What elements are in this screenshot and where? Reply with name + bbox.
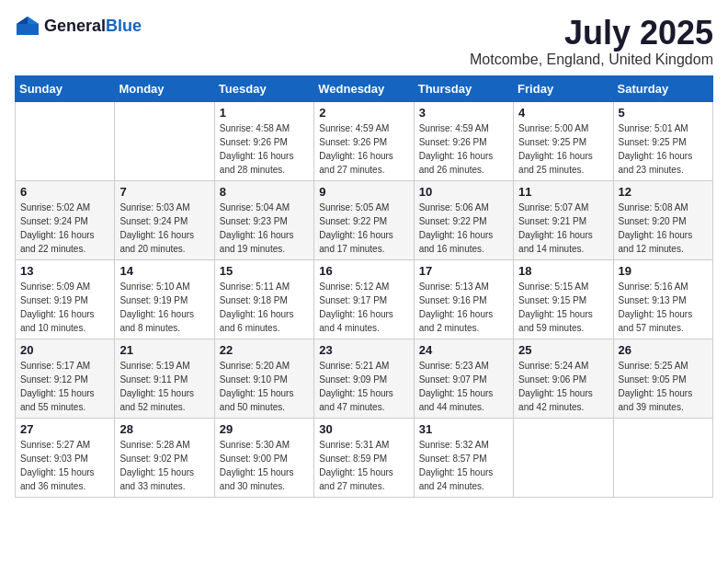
- day-info: Sunrise: 5:03 AMSunset: 9:24 PMDaylight:…: [119, 201, 209, 256]
- day-number: 26: [619, 343, 708, 357]
- calendar-week-row: 1 Sunrise: 4:58 AMSunset: 9:26 PMDayligh…: [16, 101, 713, 180]
- day-info: Sunrise: 5:04 AMSunset: 9:23 PMDaylight:…: [220, 201, 309, 256]
- calendar-cell: [115, 101, 214, 180]
- calendar-week-row: 6 Sunrise: 5:02 AMSunset: 9:24 PMDayligh…: [16, 180, 713, 259]
- calendar-cell: 30 Sunrise: 5:31 AMSunset: 8:59 PMDaylig…: [314, 418, 414, 497]
- day-number: 16: [319, 264, 408, 278]
- calendar-cell: 25 Sunrise: 5:24 AMSunset: 9:06 PMDaylig…: [514, 339, 613, 418]
- weekday-header: Friday: [514, 75, 613, 101]
- day-number: 19: [619, 264, 708, 278]
- calendar-cell: 10 Sunrise: 5:06 AMSunset: 9:22 PMDaylig…: [414, 180, 513, 259]
- day-number: 2: [319, 106, 408, 120]
- day-info: Sunrise: 5:02 AMSunset: 9:24 PMDaylight:…: [20, 201, 109, 256]
- day-number: 1: [220, 106, 309, 120]
- day-info: Sunrise: 5:01 AMSunset: 9:25 PMDaylight:…: [619, 121, 708, 177]
- calendar-cell: [613, 418, 712, 497]
- day-number: 12: [619, 185, 708, 199]
- weekday-header: Monday: [115, 75, 214, 101]
- day-number: 6: [20, 185, 109, 199]
- calendar-cell: 20 Sunrise: 5:17 AMSunset: 9:12 PMDaylig…: [16, 339, 115, 418]
- calendar-cell: 23 Sunrise: 5:21 AMSunset: 9:09 PMDaylig…: [314, 339, 414, 418]
- calendar-cell: 6 Sunrise: 5:02 AMSunset: 9:24 PMDayligh…: [16, 180, 115, 259]
- calendar-cell: 31 Sunrise: 5:32 AMSunset: 8:57 PMDaylig…: [414, 418, 513, 497]
- day-info: Sunrise: 5:32 AMSunset: 8:57 PMDaylight:…: [419, 438, 508, 493]
- day-number: 20: [20, 343, 109, 357]
- day-info: Sunrise: 5:05 AMSunset: 9:22 PMDaylight:…: [319, 201, 408, 256]
- calendar-cell: 19 Sunrise: 5:16 AMSunset: 9:13 PMDaylig…: [613, 259, 712, 339]
- day-info: Sunrise: 5:16 AMSunset: 9:13 PMDaylight:…: [619, 280, 708, 335]
- calendar-cell: 7 Sunrise: 5:03 AMSunset: 9:24 PMDayligh…: [115, 180, 214, 259]
- calendar-cell: 9 Sunrise: 5:05 AMSunset: 9:22 PMDayligh…: [314, 180, 414, 259]
- day-number: 28: [119, 422, 209, 436]
- day-info: Sunrise: 5:23 AMSunset: 9:07 PMDaylight:…: [419, 359, 508, 414]
- day-number: 9: [319, 185, 408, 199]
- day-info: Sunrise: 4:59 AMSunset: 9:26 PMDaylight:…: [319, 121, 408, 177]
- day-number: 18: [518, 264, 608, 278]
- header: GeneralBlue July 2025 Motcombe, England,…: [15, 15, 713, 68]
- svg-marker-2: [17, 17, 28, 24]
- calendar-cell: 29 Sunrise: 5:30 AMSunset: 9:00 PMDaylig…: [214, 418, 313, 497]
- day-number: 10: [419, 185, 508, 199]
- day-info: Sunrise: 5:28 AMSunset: 9:02 PMDaylight:…: [119, 438, 209, 493]
- day-number: 5: [619, 106, 708, 120]
- day-number: 24: [419, 343, 508, 357]
- month-title: July 2025: [470, 15, 713, 52]
- day-info: Sunrise: 5:00 AMSunset: 9:25 PMDaylight:…: [518, 121, 608, 177]
- day-info: Sunrise: 5:10 AMSunset: 9:19 PMDaylight:…: [119, 280, 209, 335]
- calendar-week-row: 20 Sunrise: 5:17 AMSunset: 9:12 PMDaylig…: [16, 339, 713, 418]
- svg-marker-1: [28, 17, 39, 24]
- weekday-header-row: SundayMondayTuesdayWednesdayThursdayFrid…: [16, 75, 713, 101]
- day-info: Sunrise: 5:27 AMSunset: 9:03 PMDaylight:…: [20, 438, 109, 493]
- day-number: 3: [419, 106, 508, 120]
- logo-text: GeneralBlue: [44, 17, 142, 36]
- day-number: 27: [20, 422, 109, 436]
- day-number: 17: [419, 264, 508, 278]
- day-info: Sunrise: 5:07 AMSunset: 9:21 PMDaylight:…: [518, 201, 608, 256]
- weekday-header: Sunday: [16, 75, 115, 101]
- day-info: Sunrise: 5:17 AMSunset: 9:12 PMDaylight:…: [20, 359, 109, 414]
- calendar-cell: 12 Sunrise: 5:08 AMSunset: 9:20 PMDaylig…: [613, 180, 712, 259]
- day-info: Sunrise: 5:15 AMSunset: 9:15 PMDaylight:…: [518, 280, 608, 335]
- logo: GeneralBlue: [15, 15, 142, 37]
- day-info: Sunrise: 4:58 AMSunset: 9:26 PMDaylight:…: [220, 121, 309, 177]
- day-info: Sunrise: 5:24 AMSunset: 9:06 PMDaylight:…: [518, 359, 608, 414]
- calendar-cell: 18 Sunrise: 5:15 AMSunset: 9:15 PMDaylig…: [514, 259, 613, 339]
- day-info: Sunrise: 5:31 AMSunset: 8:59 PMDaylight:…: [319, 438, 408, 493]
- weekday-header: Saturday: [613, 75, 712, 101]
- logo-general: General: [44, 17, 106, 35]
- calendar-cell: 26 Sunrise: 5:25 AMSunset: 9:05 PMDaylig…: [613, 339, 712, 418]
- weekday-header: Wednesday: [314, 75, 414, 101]
- weekday-header: Tuesday: [214, 75, 313, 101]
- calendar-cell: 17 Sunrise: 5:13 AMSunset: 9:16 PMDaylig…: [414, 259, 513, 339]
- calendar-week-row: 27 Sunrise: 5:27 AMSunset: 9:03 PMDaylig…: [16, 418, 713, 497]
- day-number: 21: [119, 343, 209, 357]
- day-number: 7: [119, 185, 209, 199]
- calendar-cell: 27 Sunrise: 5:27 AMSunset: 9:03 PMDaylig…: [16, 418, 115, 497]
- day-number: 30: [319, 422, 408, 436]
- logo-icon: [15, 15, 40, 37]
- location-title: Motcombe, England, United Kingdom: [470, 52, 713, 68]
- calendar-cell: 24 Sunrise: 5:23 AMSunset: 9:07 PMDaylig…: [414, 339, 513, 418]
- calendar-cell: 1 Sunrise: 4:58 AMSunset: 9:26 PMDayligh…: [214, 101, 313, 180]
- calendar-cell: 3 Sunrise: 4:59 AMSunset: 9:26 PMDayligh…: [414, 101, 513, 180]
- day-number: 29: [220, 422, 309, 436]
- calendar-cell: 22 Sunrise: 5:20 AMSunset: 9:10 PMDaylig…: [214, 339, 313, 418]
- day-info: Sunrise: 5:21 AMSunset: 9:09 PMDaylight:…: [319, 359, 408, 414]
- calendar-cell: 21 Sunrise: 5:19 AMSunset: 9:11 PMDaylig…: [115, 339, 214, 418]
- title-area: July 2025 Motcombe, England, United King…: [470, 15, 713, 68]
- calendar-cell: 16 Sunrise: 5:12 AMSunset: 9:17 PMDaylig…: [314, 259, 414, 339]
- day-info: Sunrise: 4:59 AMSunset: 9:26 PMDaylight:…: [419, 121, 508, 177]
- day-info: Sunrise: 5:06 AMSunset: 9:22 PMDaylight:…: [419, 201, 508, 256]
- day-number: 8: [220, 185, 309, 199]
- calendar-cell: 28 Sunrise: 5:28 AMSunset: 9:02 PMDaylig…: [115, 418, 214, 497]
- calendar-cell: [16, 101, 115, 180]
- day-number: 11: [518, 185, 608, 199]
- day-info: Sunrise: 5:30 AMSunset: 9:00 PMDaylight:…: [220, 438, 309, 493]
- day-number: 4: [518, 106, 608, 120]
- calendar-cell: [514, 418, 613, 497]
- day-info: Sunrise: 5:13 AMSunset: 9:16 PMDaylight:…: [419, 280, 508, 335]
- calendar-cell: 5 Sunrise: 5:01 AMSunset: 9:25 PMDayligh…: [613, 101, 712, 180]
- day-number: 22: [220, 343, 309, 357]
- day-info: Sunrise: 5:12 AMSunset: 9:17 PMDaylight:…: [319, 280, 408, 335]
- day-number: 31: [419, 422, 508, 436]
